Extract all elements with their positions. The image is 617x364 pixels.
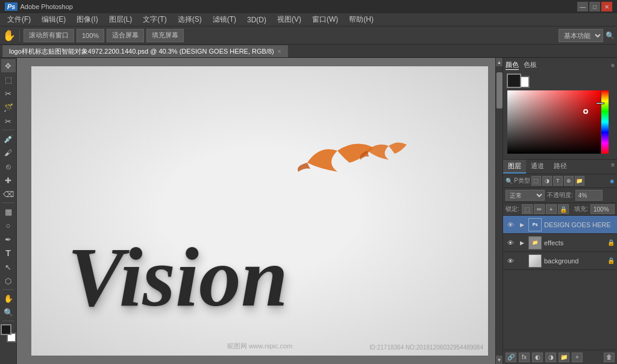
tool-dodge[interactable]: ○ (1, 219, 16, 232)
opacity-input[interactable] (575, 190, 603, 201)
filter-pixel-icon[interactable]: ⬚ (531, 176, 541, 186)
swatches-tab[interactable]: 色板 (524, 60, 537, 70)
color-panel-header: 颜色 色板 ≡ (506, 60, 615, 70)
options-toolbar: ✋ 滚动所有窗口 100% 适合屏幕 填充屏幕 基本功能 🔍 (0, 27, 617, 45)
layer-background[interactable]: 👁 background 🔒 (503, 252, 617, 270)
menu-window[interactable]: 窗口(W) (307, 13, 343, 26)
tool-path[interactable]: ↖ (1, 260, 16, 274)
tool-marquee[interactable]: ⬚ (1, 73, 16, 86)
tool-crop[interactable]: ✂ (1, 115, 16, 128)
layer-style-button[interactable]: fx (519, 353, 530, 362)
tool-move[interactable]: ✥ (1, 59, 16, 72)
color-tab[interactable]: 颜色 (506, 60, 519, 70)
layer-effects-lock: 🔒 (607, 239, 615, 246)
tool-zoom[interactable]: 🔍 (1, 306, 16, 319)
new-layer-button[interactable]: + (572, 353, 583, 362)
menu-layer[interactable]: 图层(L) (104, 13, 137, 26)
color-spectrum[interactable] (507, 90, 601, 154)
tool-eyedropper[interactable]: 💉 (1, 132, 16, 145)
layers-bottom-toolbar: 🔗 fx ◐ ◑ 📁 + 🗑 (503, 350, 617, 364)
minimize-button[interactable]: — (577, 2, 588, 11)
tool-eraser[interactable]: ⌫ (1, 187, 16, 201)
layers-panel-menu[interactable]: ≡ (609, 160, 617, 174)
lock-all-button[interactable]: 🔒 (558, 204, 569, 214)
scroll-up-button[interactable]: ▲ (496, 58, 503, 66)
left-toolbar: ✥ ⬚ ✂ 🪄 ✂ 💉 🖌 ⎋ ✚ ⌫ ▦ ○ ✒ T ↖ ⬡ ✋ 🔍 (0, 58, 17, 364)
menu-edit[interactable]: 编辑(E) (37, 13, 70, 26)
menu-3d[interactable]: 3D(D) (242, 14, 271, 25)
tab-close-button[interactable]: × (278, 48, 281, 55)
close-button[interactable]: ✕ (601, 2, 612, 11)
tool-clone[interactable]: ⎋ (1, 160, 16, 173)
filter-type-icon[interactable]: T (553, 176, 563, 186)
lock-icons: ⬚ ✏ + 🔒 (522, 204, 569, 214)
delete-layer-button[interactable]: 🗑 (604, 353, 615, 362)
layers-panel: 图层 通道 路径 ≡ 🔍 P类型 ⬚ ◑ T ⊕ 📁 ● (503, 160, 617, 364)
hue-bar[interactable] (601, 90, 609, 154)
filter-smart-icon[interactable]: ⊕ (564, 176, 574, 186)
layer-effects[interactable]: 👁 ▶ 📁 effects 🔒 (503, 234, 617, 252)
lock-pixels-button[interactable]: ⬚ (522, 204, 533, 214)
lock-artboard-button[interactable]: + (546, 204, 557, 214)
tool-quick-select[interactable]: 🪄 (1, 101, 16, 114)
tool-gradient[interactable]: ▦ (1, 205, 16, 218)
right-panel: 颜色 色板 ≡ 图层 (503, 58, 617, 364)
maximize-button[interactable]: □ (589, 2, 600, 11)
layer-expand-arrow[interactable]: ▶ (518, 221, 526, 229)
search-icon[interactable]: 🔍 (606, 31, 615, 40)
menu-file[interactable]: 文件(F) (2, 13, 36, 26)
adjustment-layer-button[interactable]: ◑ (545, 353, 556, 362)
panel-menu-icon[interactable]: ≡ (611, 62, 615, 69)
foreground-color[interactable] (1, 324, 11, 335)
fg-swatch[interactable] (507, 74, 521, 88)
zoom-value-button[interactable]: 100% (77, 29, 104, 42)
workspace-select[interactable]: 基本功能 (559, 29, 603, 42)
opacity-label: 不透明度: (547, 191, 573, 199)
menu-select[interactable]: 选择(S) (173, 13, 207, 26)
hand-tool-icon[interactable]: ✋ (2, 29, 16, 42)
layers-tab[interactable]: 图层 (503, 160, 526, 174)
filter-folder-icon[interactable]: 📁 (575, 176, 584, 186)
fill-input[interactable] (590, 204, 615, 214)
lock-position-button[interactable]: ✏ (534, 204, 545, 214)
fill-screen-button[interactable]: 填充屏幕 (146, 29, 184, 42)
scroll-down-button[interactable]: ▼ (496, 356, 503, 364)
scroll-all-windows-button[interactable]: 滚动所有窗口 (23, 29, 74, 42)
tool-shape[interactable]: ⬡ (1, 274, 16, 287)
menu-text[interactable]: 文字(T) (138, 13, 171, 26)
link-layers-button[interactable]: 🔗 (506, 353, 516, 362)
filter-adjust-icon[interactable]: ◑ (542, 176, 552, 186)
document-tab[interactable]: logo样机标志贴图智能对象4972.2200.1440.psd @ 40.3%… (2, 45, 288, 57)
scroll-track[interactable] (496, 66, 503, 356)
vertical-scrollbar[interactable]: ▲ ▼ (495, 58, 503, 364)
menu-image[interactable]: 图像(I) (72, 13, 102, 26)
layer-background-eye[interactable]: 👁 (506, 256, 515, 266)
layer-effects-eye[interactable]: 👁 (506, 238, 515, 248)
titlebar-left: Ps Adobe Photoshop (5, 2, 73, 11)
ps-logo: Ps (5, 2, 17, 11)
tool-hand[interactable]: ✋ (1, 292, 16, 305)
tool-separator-2 (2, 202, 14, 203)
scroll-thumb[interactable] (496, 72, 503, 108)
layer-design-goes-here[interactable]: 👁 ▶ Ps DESIGN GOES HERE (503, 216, 617, 234)
tool-healing[interactable]: ✚ (1, 174, 16, 187)
filter-toggle[interactable]: ● (610, 176, 615, 186)
layer-visibility-eye[interactable]: 👁 (506, 220, 515, 230)
group-layers-button[interactable]: 📁 (559, 353, 569, 362)
layer-mask-button[interactable]: ◐ (532, 353, 543, 362)
main-content: ✥ ⬚ ✂ 🪄 ✂ 💉 🖌 ⎋ ✚ ⌫ ▦ ○ ✒ T ↖ ⬡ ✋ 🔍 ▲ (0, 58, 617, 364)
color-swatches (1, 324, 16, 342)
tool-brush[interactable]: 🖌 (1, 146, 16, 159)
tool-pen[interactable]: ✒ (1, 233, 16, 246)
tool-lasso[interactable]: ✂ (1, 87, 16, 100)
menu-help[interactable]: 帮助(H) (344, 13, 378, 26)
paths-tab[interactable]: 路径 (549, 160, 572, 174)
titlebar: Ps Adobe Photoshop — □ ✕ (0, 0, 617, 13)
fit-screen-button[interactable]: 适合屏幕 (107, 29, 144, 42)
tool-text[interactable]: T (1, 246, 16, 260)
layer-effects-expand[interactable]: ▶ (518, 239, 526, 247)
channels-tab[interactable]: 通道 (526, 160, 549, 174)
blend-mode-select[interactable]: 正常 (506, 190, 545, 201)
menu-filter[interactable]: 滤镜(T) (208, 13, 241, 26)
menu-view[interactable]: 视图(V) (272, 13, 306, 26)
